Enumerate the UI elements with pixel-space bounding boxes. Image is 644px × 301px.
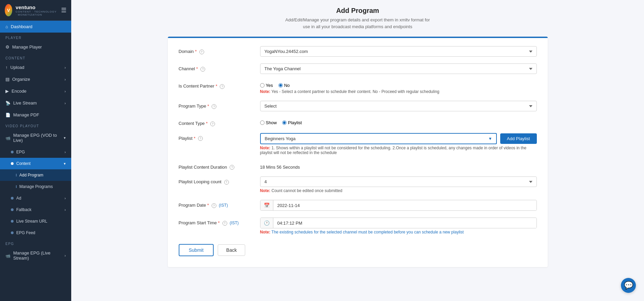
playlist-dropdown-button[interactable]: ▾: [485, 133, 497, 144]
radio-playlist-label: Playlist: [288, 120, 302, 125]
sidebar-item-live-stream[interactable]: Live Stream ›: [0, 97, 71, 109]
looping-note: Note: Count cannot be edited once submit…: [260, 188, 537, 193]
radio-no-input[interactable]: [278, 83, 283, 88]
domain-help-icon[interactable]: ?: [199, 50, 204, 54]
sidebar-item-content[interactable]: Content ▾: [0, 158, 71, 169]
required-marker: *: [206, 121, 208, 126]
sidebar-item-ad[interactable]: Ad ›: [0, 192, 71, 204]
radio-yes-input[interactable]: [260, 83, 265, 88]
epg-icon: [5, 135, 11, 140]
content-partner-row: Is Content Partner * ? Yes No: [179, 81, 537, 94]
radio-playlist[interactable]: Playlist: [282, 120, 302, 125]
chat-bubble[interactable]: 💬: [621, 278, 636, 293]
program-type-help-icon[interactable]: ?: [212, 104, 216, 109]
form-card: Domain * ? YogaNYou.24452.com Channel * …: [168, 37, 548, 267]
radio-yes-label: Yes: [266, 83, 273, 88]
sidebar-item-label: Manage Player: [12, 44, 42, 50]
sidebar-item-label: Live Stream URL: [16, 219, 47, 224]
program-date-label: Program Date * ? (IST): [179, 200, 253, 208]
time-note-text: The existing schedules for the selected …: [271, 230, 464, 234]
date-input-wrap: 📅: [260, 200, 537, 211]
content-type-help-icon[interactable]: ?: [210, 121, 215, 126]
organize-icon: [5, 77, 9, 82]
section-epg: EPG: [0, 239, 71, 247]
logo-icon: V: [5, 4, 12, 16]
sidebar-item-upload[interactable]: Upload ›: [0, 61, 71, 73]
program-type-select[interactable]: Select: [260, 101, 537, 111]
chevron-down-icon: ▾: [64, 136, 66, 140]
sidebar-item-epg[interactable]: EPG ›: [0, 146, 71, 158]
chevron-icon: ›: [64, 208, 66, 212]
sidebar-item-live-stream-url[interactable]: Live Stream URL: [0, 215, 71, 227]
program-start-time-row: Program Start Time * ? (IST) 🕐 Note: The…: [179, 218, 537, 234]
submit-button[interactable]: Submit: [179, 244, 214, 256]
playlist-help-icon[interactable]: ?: [198, 136, 203, 141]
domain-row: Domain * ? YogaNYou.24452.com: [179, 46, 537, 57]
sidebar-item-manage-epg-live[interactable]: Manage EPG (Live Stream) ›: [0, 247, 71, 264]
program-type-row: Program Type * ? Select: [179, 101, 537, 111]
sidebar-item-encode[interactable]: Encode ›: [0, 85, 71, 97]
sidebar-item-label: Fallback: [16, 207, 32, 212]
sidebar-item-label: Manage EPG (VOD to Live): [13, 133, 61, 143]
back-button[interactable]: Back: [218, 244, 245, 256]
sidebar-item-manage-programs[interactable]: Manage Programs: [0, 181, 71, 192]
content-partner-label: Is Content Partner * ?: [179, 81, 253, 89]
content-partner-radio-group: Yes No: [260, 81, 537, 88]
home-icon: [5, 24, 8, 29]
radio-playlist-input[interactable]: [282, 120, 287, 125]
radio-yes[interactable]: Yes: [260, 83, 273, 88]
sidebar-item-fallback[interactable]: Fallback ›: [0, 204, 71, 215]
playlist-duration-label: Playlist Content Duration ?: [179, 162, 253, 170]
content-partner-note: Note: Yes - Select a content partner to …: [260, 89, 537, 94]
sidebar-item-add-program[interactable]: Add Program: [0, 169, 71, 181]
add-playlist-button[interactable]: Add Playlist: [500, 133, 537, 144]
required-marker: *: [216, 83, 217, 89]
channel-help-icon[interactable]: ?: [200, 67, 205, 72]
date-help-icon[interactable]: ?: [212, 203, 216, 208]
sidebar-item-label: EPG Feed: [16, 230, 35, 235]
duration-help-icon[interactable]: ?: [230, 165, 234, 170]
program-date-field: 📅: [260, 200, 537, 211]
content-type-row: Content Type * ? Show Playlist: [179, 118, 537, 126]
main-content-area: Add Program Add/Edit/Manage your program…: [71, 0, 644, 301]
required-marker: *: [207, 203, 209, 208]
dot-icon: [11, 208, 14, 211]
playlist-input[interactable]: [260, 133, 497, 144]
looping-count-select[interactable]: 4: [260, 176, 537, 187]
chevron-icon: ›: [64, 150, 66, 154]
chat-icon: 💬: [624, 281, 633, 290]
playlist-note-text: 1. Shows within a playlist will not be c…: [260, 146, 527, 155]
looping-help-icon[interactable]: ?: [224, 180, 229, 185]
radio-show-input[interactable]: [260, 120, 265, 125]
time-help-icon[interactable]: ?: [222, 221, 227, 226]
channel-select[interactable]: The Yoga Channel: [260, 63, 537, 74]
playlist-label: Playlist * ?: [179, 133, 253, 141]
content-partner-help-icon[interactable]: ?: [220, 84, 225, 89]
channel-field: The Yoga Channel: [260, 63, 537, 74]
sidebar-navigation: Dashboard PLAYER Manage Player CONTENT U…: [0, 21, 71, 301]
dot-icon: [11, 220, 14, 223]
sidebar-item-manage-epg-vod[interactable]: Manage EPG (VOD to Live) ▾: [0, 129, 71, 146]
sidebar-item-manage-pdf[interactable]: Manage PDF: [0, 109, 71, 121]
chevron-icon: ›: [64, 196, 66, 200]
radio-show[interactable]: Show: [260, 120, 277, 125]
sidebar-item-organize[interactable]: Organize ›: [0, 73, 71, 85]
sidebar-item-epg-feed[interactable]: EPG Feed: [0, 227, 71, 239]
required-marker: *: [208, 104, 209, 109]
sidebar-item-manage-player[interactable]: Manage Player: [0, 41, 71, 53]
channel-row: Channel * ? The Yoga Channel: [179, 63, 537, 74]
domain-select[interactable]: YogaNYou.24452.com: [260, 46, 537, 57]
hamburger-menu[interactable]: ☰: [61, 6, 66, 14]
program-date-row: Program Date * ? (IST) 📅: [179, 200, 537, 211]
sidebar-item-label: Dashboard: [11, 24, 33, 29]
time-input[interactable]: [273, 218, 536, 228]
sidebar-item-label: Encode: [12, 89, 26, 94]
radio-no[interactable]: No: [278, 83, 290, 88]
pdf-icon: [5, 112, 11, 117]
content-type-label: Content Type * ?: [179, 118, 253, 126]
sidebar-item-label: Manage PDF: [13, 112, 39, 117]
program-start-time-label: Program Start Time * ? (IST): [179, 218, 253, 226]
chevron-icon: ›: [64, 77, 66, 81]
sidebar-item-dashboard[interactable]: Dashboard: [0, 21, 71, 33]
date-input[interactable]: [273, 201, 536, 210]
